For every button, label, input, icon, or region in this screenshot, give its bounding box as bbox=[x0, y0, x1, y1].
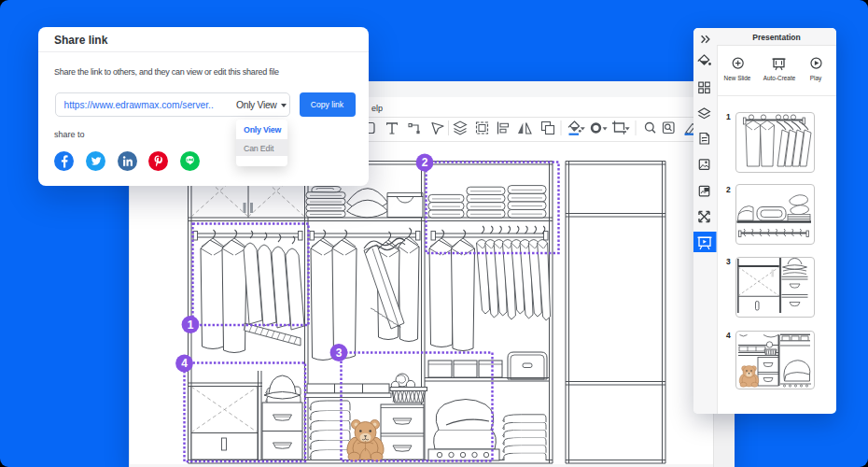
svg-text:4: 4 bbox=[181, 357, 188, 370]
svg-text:3: 3 bbox=[336, 347, 343, 360]
svg-text:1: 1 bbox=[188, 318, 194, 332]
svg-text:2: 2 bbox=[422, 156, 428, 169]
